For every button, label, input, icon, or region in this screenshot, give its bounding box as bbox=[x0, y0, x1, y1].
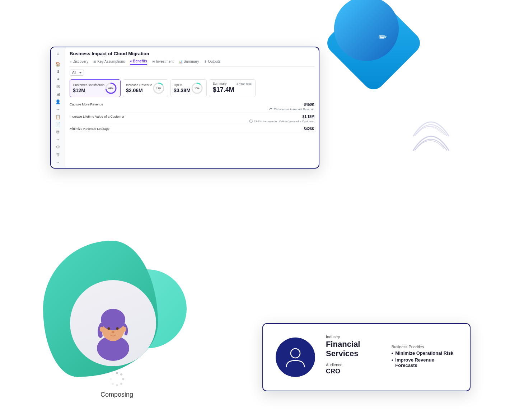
data-row-2-label: Increase Lifetime Value of a Customer bbox=[70, 115, 124, 118]
character-illustration bbox=[70, 280, 156, 366]
summary-label: Summary bbox=[213, 82, 227, 85]
audience-label: Audience bbox=[326, 363, 381, 367]
persona-avatar bbox=[276, 338, 315, 377]
sidebar-grid-icon[interactable]: ⊞ bbox=[54, 91, 62, 97]
priority-item-2: • Improve Revenue Forecasts bbox=[392, 357, 457, 368]
svg-point-24 bbox=[110, 378, 112, 380]
benefits-icon: ♥ bbox=[130, 60, 132, 63]
data-row-1: Capture More Revenue $450K 2% Increase i… bbox=[70, 101, 314, 113]
compose-icon-diamond: ✏ bbox=[365, 20, 401, 57]
kpi-opex: OpEx $3.38M 10% bbox=[170, 79, 207, 97]
industry-value: Financial Services bbox=[326, 340, 381, 359]
svg-point-7 bbox=[249, 120, 252, 123]
tab-investment[interactable]: ✉ Investment bbox=[152, 59, 174, 65]
loading-spinner bbox=[108, 370, 126, 388]
kpi-opex-label: OpEx bbox=[174, 83, 191, 87]
data-row-1-value: $450K bbox=[269, 103, 314, 107]
summary-sub-label: 3-Year Total bbox=[237, 82, 252, 85]
sidebar-trash-icon[interactable]: 🗑 bbox=[54, 152, 62, 157]
dashboard-title: Business Impact of Cloud Migration bbox=[70, 51, 314, 56]
kpi-cs-percent: 69% bbox=[108, 87, 113, 90]
svg-point-16 bbox=[123, 327, 126, 332]
summary-icon: 📊 bbox=[179, 60, 183, 63]
composing-label: Composing bbox=[100, 391, 133, 398]
tab-outputs[interactable]: ⬇ Outputs bbox=[204, 59, 220, 65]
svg-point-22 bbox=[116, 384, 118, 386]
persona-priorities-section: Business Priorities • Minimize Operation… bbox=[392, 345, 457, 369]
data-row-1-label: Capture More Revenue bbox=[70, 103, 103, 106]
sidebar-logout-icon[interactable]: → bbox=[54, 160, 62, 165]
priority-item-1: • Minimize Operational Risk bbox=[392, 350, 457, 356]
persona-card: Industry Financial Services Audience CRO… bbox=[262, 323, 471, 391]
kpi-cs-value: $12M bbox=[73, 88, 104, 93]
kpi-summary-card: Summary 3-Year Total $17.4M bbox=[209, 79, 256, 97]
dashboard-card: ≡ 🏠 ⬇ ✦ ✉ ⊞ 👤 → 📋 📄 ⧉ ↔ ⚙ 🗑 → Business I… bbox=[50, 47, 319, 169]
kpi-opex-value: $3.38M bbox=[174, 88, 191, 93]
dashboard-tabs: ≡ Discovery ⊞ Key Assumptions ♥ Benefits… bbox=[70, 59, 314, 67]
kpi-ir-progress: 12% bbox=[152, 82, 165, 95]
composing-section: Composing bbox=[100, 370, 133, 398]
arc-lines-decoration bbox=[410, 100, 453, 174]
industry-label: Industry bbox=[326, 335, 381, 339]
sidebar-star-icon[interactable]: ✦ bbox=[54, 76, 62, 82]
tab-summary[interactable]: 📊 Summary bbox=[179, 59, 199, 65]
sidebar-report-icon[interactable]: 📋 bbox=[54, 114, 62, 120]
data-row-2-sub: 33.3% Increase in Lifetime Value of a Cu… bbox=[249, 119, 314, 123]
kpi-cards-row: Customer Satisfactoin $12M 69% Increase … bbox=[70, 79, 314, 97]
kpi-opex-progress: 10% bbox=[191, 82, 203, 95]
sidebar: ≡ 🏠 ⬇ ✦ ✉ ⊞ 👤 → 📋 📄 ⧉ ↔ ⚙ 🗑 → bbox=[51, 47, 65, 168]
tab-key-assumptions[interactable]: ⊞ Key Assumptions bbox=[93, 59, 125, 65]
svg-point-12 bbox=[108, 327, 110, 330]
investment-icon: ✉ bbox=[152, 60, 155, 63]
svg-point-17 bbox=[291, 349, 300, 358]
tab-benefits[interactable]: ♥ Benefits bbox=[130, 59, 147, 65]
filter-select[interactable]: All bbox=[70, 70, 84, 76]
outputs-icon: ⬇ bbox=[204, 60, 207, 63]
bullet-1: • bbox=[392, 350, 393, 356]
kpi-ir-value: $2.06M bbox=[126, 88, 152, 93]
kpi-opex-percent: 10% bbox=[195, 87, 200, 90]
filter-row: All bbox=[70, 70, 314, 76]
data-section: Capture More Revenue $450K 2% Increase i… bbox=[70, 101, 314, 133]
priorities-label: Business Priorities bbox=[392, 345, 457, 349]
sidebar-home-icon[interactable]: 🏠 bbox=[54, 61, 62, 67]
svg-point-23 bbox=[112, 383, 114, 385]
data-row-3: Minimize Revenue Leakage $426K bbox=[70, 125, 314, 133]
svg-point-14 bbox=[112, 331, 114, 333]
kpi-cs-label: Customer Satisfactoin bbox=[73, 83, 104, 87]
sidebar-settings-icon[interactable]: ⚙ bbox=[54, 145, 62, 150]
svg-point-21 bbox=[120, 383, 122, 385]
dashboard-main-content: Business Impact of Cloud Migration ≡ Dis… bbox=[65, 47, 319, 137]
audience-value: CRO bbox=[326, 368, 381, 376]
sidebar-download-icon[interactable]: ⬇ bbox=[54, 69, 62, 74]
svg-point-20 bbox=[122, 378, 124, 380]
kpi-ir-label: Increase Revenue bbox=[126, 83, 152, 87]
kpi-increase-revenue: Increase Revenue $2.06M 12% bbox=[123, 79, 168, 97]
kpi-ir-percent: 12% bbox=[156, 87, 161, 90]
svg-point-18 bbox=[116, 372, 118, 374]
tab-discovery[interactable]: ≡ Discovery bbox=[70, 59, 88, 65]
sidebar-swap-icon[interactable]: ↔ bbox=[54, 137, 62, 142]
sidebar-doc-icon[interactable]: 📄 bbox=[54, 122, 62, 127]
summary-value: $17.4M bbox=[213, 86, 252, 94]
data-row-1-sub: 2% Increase in Annual Revenue bbox=[269, 107, 314, 111]
sidebar-copy-icon[interactable]: ⧉ bbox=[54, 129, 62, 135]
svg-point-25 bbox=[112, 373, 114, 376]
kpi-cs-progress: 69% bbox=[104, 82, 117, 95]
sidebar-arrow-icon[interactable]: → bbox=[54, 107, 62, 112]
svg-point-13 bbox=[116, 327, 119, 330]
discovery-icon: ≡ bbox=[70, 60, 71, 63]
key-assumptions-icon: ⊞ bbox=[93, 60, 96, 63]
data-row-2: Increase Lifetime Value of a Customer $1… bbox=[70, 113, 314, 125]
data-row-3-value: $426K bbox=[304, 127, 314, 131]
svg-point-15 bbox=[100, 327, 103, 332]
svg-text:✏: ✏ bbox=[379, 32, 387, 43]
sidebar-menu-icon[interactable]: ≡ bbox=[54, 51, 62, 56]
persona-industry-section: Industry Financial Services Audience CRO bbox=[326, 335, 381, 380]
sidebar-user-icon[interactable]: 👤 bbox=[54, 99, 62, 104]
sidebar-mail-icon[interactable]: ✉ bbox=[54, 84, 62, 89]
data-row-3-label: Minimize Revenue Leakage bbox=[70, 127, 109, 131]
data-row-2-value: $1.18M bbox=[249, 115, 314, 119]
kpi-customer-satisfaction: Customer Satisfactoin $12M 69% bbox=[70, 79, 121, 97]
svg-point-11 bbox=[101, 309, 125, 330]
